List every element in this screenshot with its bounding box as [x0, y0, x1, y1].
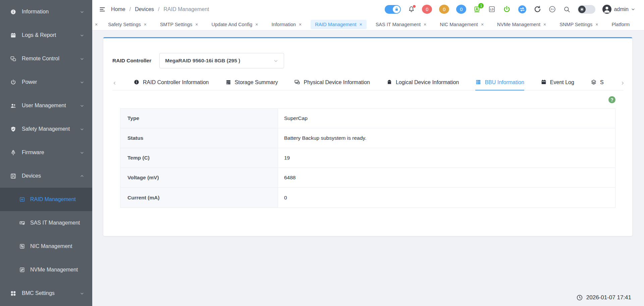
sidebar-item-bmc-settings[interactable]: BMC Settings	[0, 282, 92, 305]
help-icon[interactable]: ?	[608, 96, 615, 103]
raid-controller-row: RAID Controller MegaRAID 9560-16i 8GB (2…	[112, 53, 623, 68]
sidebar-item-power[interactable]: Power	[0, 70, 92, 94]
close-icon[interactable]: ×	[195, 22, 198, 27]
close-icon[interactable]: ×	[360, 22, 362, 27]
clock-icon	[576, 294, 583, 301]
info-icon	[10, 9, 16, 15]
tab-snmp-settings[interactable]: SNMP Settings×	[555, 20, 602, 29]
sidebar-subitem-raid-management[interactable]: RAID Management	[0, 188, 92, 211]
table-row: Current (mA) 0	[120, 188, 615, 207]
subtab-label: RAID Controller Information	[143, 79, 209, 85]
close-icon[interactable]: ×	[481, 22, 484, 27]
tab-update-and-config[interactable]: Update And Config×	[207, 20, 263, 29]
tab-label: Update And Config	[212, 22, 253, 27]
refresh-icon[interactable]	[534, 5, 541, 13]
tab-label: RAID Management	[315, 22, 356, 27]
close-icon[interactable]: ×	[595, 22, 598, 27]
uid-led-icon[interactable]: LD	[488, 5, 496, 13]
tab-smtp-settings[interactable]: SMTP Settings×	[156, 20, 203, 29]
sidebar-subitem-label: RAID Management	[30, 196, 76, 202]
subtab-raid-controller-information[interactable]: RAID Controller Information	[133, 79, 209, 90]
tab-label: Safety Settings	[108, 22, 141, 27]
close-icon[interactable]: ×	[424, 22, 426, 27]
breadcrumb-devices[interactable]: Devices	[135, 6, 154, 12]
lock-toggle[interactable]	[385, 5, 401, 14]
collapse-menu-icon[interactable]	[99, 6, 106, 13]
tab-platform[interactable]: Platform	[607, 20, 634, 29]
tab-information[interactable]: Information×	[267, 20, 306, 29]
bbu-section: ? Type SuperCap Status Battery Backup su…	[120, 96, 615, 208]
power-control-icon[interactable]	[503, 5, 511, 13]
session-count-badge: 1	[478, 3, 484, 8]
tab-nvme-management[interactable]: NVMe Management×	[493, 20, 550, 29]
scroll-right-icon[interactable]	[620, 81, 625, 90]
row-label: Status	[120, 128, 278, 148]
raid-subtabs: RAID Controller Information Storage Summ…	[112, 79, 623, 90]
sidebar-item-label: BMC Settings	[22, 290, 55, 296]
raid-management-card: RAID Controller MegaRAID 9560-16i 8GB (2…	[103, 37, 632, 236]
chevron-down-icon	[631, 7, 635, 11]
sidebar-item-user-management[interactable]: User Management	[0, 94, 92, 117]
raid-icon	[19, 196, 25, 203]
tab-label: Information	[271, 22, 296, 27]
tab-sas-it-management[interactable]: SAS IT Management×	[371, 20, 431, 29]
app-root: Information Logs & Report Remote Control…	[0, 0, 644, 306]
language-icon[interactable]: En	[548, 5, 556, 13]
row-value: SuperCap	[278, 109, 615, 128]
users-icon	[10, 103, 16, 109]
sidebar-item-devices[interactable]: Devices	[0, 164, 92, 188]
info-alert-badge[interactable]: 0	[456, 5, 466, 14]
clipped-tab-close-icon[interactable]: ×	[95, 22, 98, 27]
breadcrumb-current: RAID Management	[164, 6, 209, 12]
tab-raid-management[interactable]: RAID Management×	[311, 20, 367, 29]
sidebar-item-label: Devices	[22, 173, 41, 179]
user-menu[interactable]: admin	[602, 5, 635, 14]
svg-text:En: En	[551, 8, 554, 11]
sidebar-subitem-label: SAS IT Management	[30, 220, 80, 226]
subtab-storage-summary[interactable]: Storage Summary	[225, 79, 278, 90]
close-icon[interactable]: ×	[543, 22, 546, 27]
sidebar-item-firmware[interactable]: Firmware	[0, 141, 92, 164]
grid-icon	[10, 290, 16, 297]
nic-icon	[19, 243, 25, 250]
subtab-logical-device-information[interactable]: Logical Device Information	[386, 79, 459, 90]
table-row: Temp (C) 19	[120, 148, 615, 168]
close-icon[interactable]: ×	[299, 22, 302, 27]
sidebar-item-label: Power	[22, 79, 37, 85]
tab-safety-settings[interactable]: Safety Settings×	[104, 20, 151, 29]
chevron-down-icon	[80, 80, 84, 84]
raid-controller-selected-value: MegaRAID 9560-16i 8GB (295 )	[165, 58, 240, 64]
kvm-swap-icon[interactable]	[518, 5, 527, 14]
sidebar-item-remote-control[interactable]: Remote Control	[0, 47, 92, 70]
sidebar-subitem-nic-management[interactable]: NIC Management	[0, 235, 92, 258]
table-row: Voltage (mV) 6488	[120, 168, 615, 188]
sidebar-subitem-sas-it-management[interactable]: SAS IT Management	[0, 211, 92, 235]
subtab-physical-device-information[interactable]: Physical Device Information	[294, 79, 370, 90]
sidebar-item-information[interactable]: Information	[0, 0, 92, 23]
sidebar-subitem-label: NVMe Management	[30, 267, 78, 273]
info-filled-icon	[133, 79, 140, 85]
chevron-down-icon	[273, 58, 278, 63]
subtab-clipped[interactable]: S	[591, 79, 604, 90]
close-icon[interactable]: ×	[255, 22, 258, 27]
scroll-left-icon[interactable]	[112, 81, 117, 90]
session-user-icon[interactable]: 1	[473, 5, 481, 13]
row-label: Temp (C)	[120, 148, 278, 168]
close-icon[interactable]: ×	[144, 22, 147, 27]
theme-toggle[interactable]	[578, 5, 595, 14]
sidebar-item-logs-report[interactable]: Logs & Report	[0, 23, 92, 47]
raid-controller-select[interactable]: MegaRAID 9560-16i 8GB (295 )	[159, 53, 284, 68]
subtab-event-log[interactable]: Event Log	[541, 79, 574, 90]
username: admin	[614, 6, 629, 12]
subtab-bbu-information[interactable]: BBU Information	[475, 79, 524, 90]
sidebar-subitem-nvme-management[interactable]: NVMe Management	[0, 258, 92, 282]
search-icon[interactable]	[563, 6, 571, 13]
sidebar-item-safety-management[interactable]: Safety Management	[0, 117, 92, 141]
table-row: Status Battery Backup subsystem is ready…	[120, 128, 615, 148]
notification-bell-icon[interactable]	[408, 6, 415, 13]
breadcrumb-home[interactable]: Home	[111, 6, 125, 12]
tab-nic-management[interactable]: NIC Management×	[435, 20, 488, 29]
system-datetime: 2026-01-07 17:41	[576, 294, 631, 301]
warning-alert-badge[interactable]: 0	[439, 5, 449, 14]
critical-alert-badge[interactable]: 0	[422, 5, 432, 14]
